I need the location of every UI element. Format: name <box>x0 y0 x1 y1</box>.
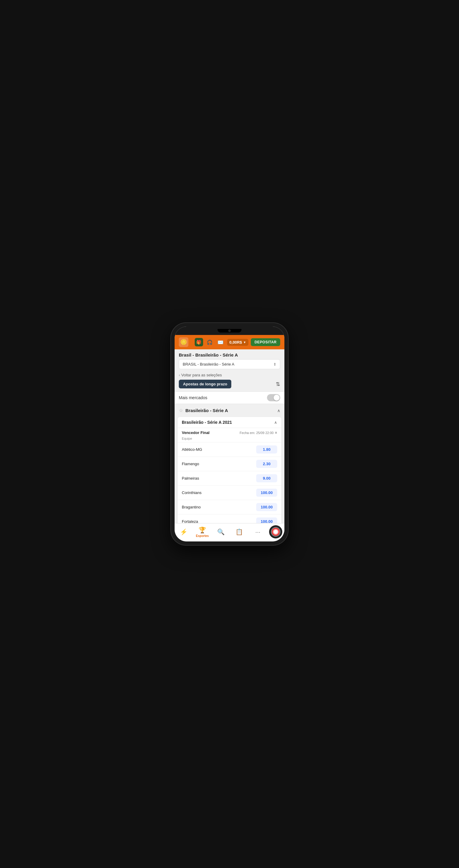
team-name: Palmeiras <box>182 476 253 480</box>
table-row: Corinthians100.00 <box>177 485 282 500</box>
chevron-left-icon: ‹ <box>179 373 180 377</box>
lightning-icon: ⚡ <box>180 528 188 535</box>
nav-item-lightning[interactable]: ⚡ <box>177 528 191 535</box>
card-title: Brasileirão - Série A 2021 <box>182 420 232 425</box>
balance-chevron: ▼ <box>243 341 246 344</box>
card-collapse-icon[interactable]: ∧ <box>274 420 277 425</box>
nav-item-betslip[interactable]: 📋 <box>232 528 247 535</box>
team-name: Flamengo <box>182 462 253 466</box>
nav-item-more[interactable]: ··· <box>251 529 265 535</box>
team-odds[interactable]: 100.00 <box>256 503 277 511</box>
markets-toggle[interactable] <box>267 394 280 401</box>
toggle-label: Mais mercados <box>179 395 207 400</box>
header: 🪙 🎁 🎧 ✉️ 0,00R$ ▼ DEPOSITAR <box>174 335 285 349</box>
table-row: Palmeiras9.00 <box>177 471 282 485</box>
balance-display[interactable]: 0,00R$ ▼ <box>227 339 249 346</box>
bottom-nav: ⚡ 🏆 Esportes 🔍 📋 ··· <box>174 523 285 541</box>
section-collapse-icon[interactable]: ∧ <box>277 408 280 413</box>
table-row: Atlético-MG1.80 <box>177 442 282 457</box>
league-dropdown[interactable]: BRASIL - Brasileirão - Série A ⇕ <box>179 359 280 369</box>
card-header: Brasileirão - Série A 2021 ∧ <box>177 417 282 428</box>
help-icon[interactable]: 🎧 <box>205 338 214 346</box>
betting-card: Brasileirão - Série A 2021 ∧ Vencedor Fi… <box>177 417 282 523</box>
market-header: Vencedor Final Fecha em: 25/09 22:00 ∧ <box>177 428 282 436</box>
team-name: Bragantino <box>182 505 253 509</box>
sports-icon: 🏆 <box>199 526 206 534</box>
tabs-row: Apostas de longo prazo ⇅ <box>174 380 285 392</box>
page-title: Brasil - Brasileirão - Série A <box>174 349 285 359</box>
market-name: Vencedor Final <box>182 430 209 435</box>
toggle-knob <box>273 395 280 401</box>
back-link[interactable]: ‹ Voltar para as seleções <box>174 372 285 380</box>
team-odds[interactable]: 2.30 <box>256 460 277 468</box>
sports-label: Esportes <box>196 534 209 537</box>
deposit-button[interactable]: DEPOSITAR <box>251 338 280 346</box>
dropdown-value: BRASIL - Brasileirão - Série A <box>183 362 234 367</box>
section-header: ☆ Brasileirão - Série A ∧ <box>174 404 285 417</box>
search-icon: 🔍 <box>217 528 225 535</box>
team-odds[interactable]: 100.00 <box>256 518 277 523</box>
section-title: Brasileirão - Série A <box>186 408 275 413</box>
brand-logo[interactable]: 🪙 <box>179 337 188 347</box>
casino-chip-icon <box>271 527 281 537</box>
team-name: Atlético-MG <box>182 447 253 452</box>
nav-item-search[interactable]: 🔍 <box>214 528 228 535</box>
main-content: Brasil - Brasileirão - Série A BRASIL - … <box>174 349 285 523</box>
market-up-icon[interactable]: ∧ <box>275 431 277 435</box>
betslip-icon: 📋 <box>235 528 243 535</box>
mail-icon[interactable]: ✉️ <box>216 338 225 346</box>
back-link-label: Voltar para as seleções <box>181 373 222 377</box>
toggle-row: Mais mercados <box>174 392 285 404</box>
long-term-tab[interactable]: Apostas de longo prazo <box>179 380 231 389</box>
balance-amount: 0,00R$ <box>230 340 242 345</box>
team-name: Corinthians <box>182 490 253 495</box>
casino-button[interactable] <box>269 525 282 538</box>
team-odds[interactable]: 9.00 <box>256 474 277 482</box>
more-icon: ··· <box>255 529 260 535</box>
table-row: Bragantino100.00 <box>177 500 282 514</box>
gift-icon[interactable]: 🎁 <box>195 338 203 346</box>
dropdown-container: BRASIL - Brasileirão - Série A ⇕ <box>174 359 285 372</box>
filter-icon[interactable]: ⇅ <box>276 381 280 388</box>
star-icon[interactable]: ☆ <box>179 408 183 413</box>
team-name: Fortaleza <box>182 519 253 523</box>
team-odds[interactable]: 100.00 <box>256 489 277 497</box>
table-row: Fortaleza100.00 <box>177 514 282 523</box>
market-date: Fecha em: 25/09 22:00 ∧ <box>240 431 277 435</box>
nav-item-sports[interactable]: 🏆 Esportes <box>195 526 209 537</box>
team-rows: Atlético-MG1.80Flamengo2.30Palmeiras9.00… <box>177 442 282 523</box>
table-row: Flamengo2.30 <box>177 457 282 471</box>
market-sub: Equipe <box>177 436 282 442</box>
team-odds[interactable]: 1.80 <box>256 445 277 454</box>
dropdown-arrows-icon: ⇕ <box>273 362 276 367</box>
market-date-text: Fecha em: 25/09 22:00 <box>240 431 273 435</box>
